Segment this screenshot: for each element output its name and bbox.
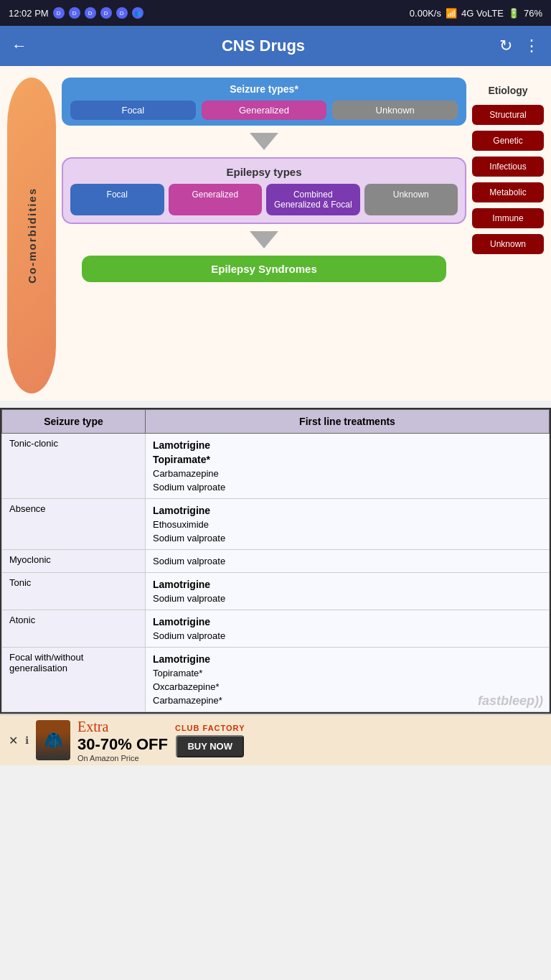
treatment-topiramate-2: Topiramate* xyxy=(153,666,542,680)
ad-discount: 30-70% OFF xyxy=(77,735,168,754)
battery-icon: 🔋 xyxy=(508,8,519,19)
arrow-down-1 xyxy=(250,133,278,150)
table-row: Absence Lamotrigine Ethosuximide Sodium … xyxy=(2,499,550,550)
col-first-line: First line treatments xyxy=(146,410,550,434)
seizure-types-title: Seizure types* xyxy=(230,83,298,95)
etiology-column: Etiology Structural Genetic Infectious M… xyxy=(472,78,544,393)
etiology-title: Etiology xyxy=(472,85,544,96)
seizure-tonic: Tonic xyxy=(2,573,146,610)
ep-focal-btn[interactable]: Focal xyxy=(70,184,164,215)
battery-level: 76% xyxy=(524,8,542,19)
signal-icon: 📶 xyxy=(446,8,457,19)
menu-button[interactable]: ⋮ xyxy=(524,37,540,55)
ad-buy-button[interactable]: BUY NOW xyxy=(176,735,244,757)
connection-type: 4G VoLTE xyxy=(461,8,504,19)
seizure-types-box: Seizure types* Focal Generalized Unknown xyxy=(62,78,466,126)
ad-banner: ✕ ℹ 🧥 Extra 30-70% OFF On Amazon Price C… xyxy=(0,714,551,765)
treatment-absence: Lamotrigine Ethosuximide Sodium valproat… xyxy=(146,499,550,550)
seizure-tonic-clonic: Tonic-clonic xyxy=(2,434,146,499)
discord-icon-6: 👥 xyxy=(132,7,143,19)
status-left: 12:02 PM D D D D D 👥 xyxy=(9,7,143,19)
time: 12:02 PM xyxy=(9,8,49,19)
etiology-structural: Structural xyxy=(472,105,544,125)
treatment-tonic-clonic: Lamotrigine Topiramate* Carbamazepine So… xyxy=(146,434,550,499)
status-bar: 12:02 PM D D D D D 👥 0.00K/s 📶 4G VoLTE … xyxy=(0,0,551,26)
discord-icon-5: D xyxy=(116,7,128,19)
refresh-button[interactable]: ↻ xyxy=(499,37,512,55)
treatment-lamotrigine-5: Lamotrigine xyxy=(153,652,542,666)
treatment-topiramate-1: Topiramate* xyxy=(153,452,542,467)
epilepsy-types-box: Epilepsy types Focal Generalized Combine… xyxy=(62,157,466,224)
ep-generalized-btn[interactable]: Generalized xyxy=(169,184,263,215)
col-seizure-type: Seizure type xyxy=(2,410,146,434)
ep-combined-btn[interactable]: Combined Generalized & Focal xyxy=(266,184,360,215)
treatment-myoclonic: Sodium valproate xyxy=(146,550,550,573)
status-right: 0.00K/s 📶 4G VoLTE 🔋 76% xyxy=(410,8,542,19)
treatment-oxcarbazepine: Oxcarbazepine* xyxy=(153,680,542,694)
treatment-lamotrigine-3: Lamotrigine xyxy=(153,577,542,592)
ad-brand: Extra xyxy=(77,719,168,735)
treatment-sodium-valproate-2: Sodium valproate xyxy=(153,531,542,545)
ad-club-label: CLUB FACTORY xyxy=(175,724,245,732)
etiology-immune: Immune xyxy=(472,208,544,228)
syndromes-label: Epilepsy Syndromes xyxy=(211,263,317,275)
seizure-unknown-btn[interactable]: Unknown xyxy=(332,101,458,120)
table-header-row: Seizure type First line treatments xyxy=(2,410,550,434)
epilepsy-syndromes-box: Epilepsy Syndromes xyxy=(82,256,446,282)
top-bar: ← CNS Drugs ↻ ⋮ xyxy=(0,26,551,66)
seizure-focal-generalisation: Focal with/without generalisation xyxy=(2,648,146,712)
table-row: Focal with/without generalisation Lamotr… xyxy=(2,648,550,712)
watermark: fastbleep)) xyxy=(478,694,543,709)
seizure-generalized-btn[interactable]: Generalized xyxy=(202,101,327,120)
diagram-content: Seizure types* Focal Generalized Unknown… xyxy=(62,78,466,393)
treatment-carbamazepine-1: Carbamazepine xyxy=(153,467,542,480)
treatment-sodium-valproate-1: Sodium valproate xyxy=(153,480,542,494)
seizure-focal-btn[interactable]: Focal xyxy=(70,101,196,120)
treatments-table: Seizure type First line treatments Tonic… xyxy=(1,409,550,712)
ep-unknown-btn[interactable]: Unknown xyxy=(364,184,458,215)
diagram-section: Co-morbidities Seizure types* Focal Gene… xyxy=(0,66,551,401)
diagram-inner: Co-morbidities Seizure types* Focal Gene… xyxy=(7,78,544,393)
seizure-atonic: Atonic xyxy=(2,610,146,648)
back-button[interactable]: ← xyxy=(11,37,27,55)
treatment-sodium-valproate-4: Sodium valproate xyxy=(153,592,542,605)
page-title: CNS Drugs xyxy=(39,37,488,55)
treatment-atonic: Lamotrigine Sodium valproate xyxy=(146,610,550,648)
arrow-down-2 xyxy=(250,231,278,248)
discord-icon-3: D xyxy=(85,7,96,19)
treatment-ethosuximide: Ethosuximide xyxy=(153,518,542,531)
seizure-types-row: Focal Generalized Unknown xyxy=(70,101,458,120)
network-speed: 0.00K/s xyxy=(410,8,441,19)
table-row: Atonic Lamotrigine Sodium valproate xyxy=(2,610,550,648)
discord-icon-2: D xyxy=(69,7,80,19)
etiology-infectious: Infectious xyxy=(472,157,544,177)
ad-club-factory: CLUB FACTORY BUY NOW xyxy=(175,724,245,757)
seizure-myoclonic: Myoclonic xyxy=(2,550,146,573)
etiology-unknown: Unknown xyxy=(472,234,544,254)
table-row: Tonic Lamotrigine Sodium valproate xyxy=(2,573,550,610)
ad-close-button[interactable]: ✕ xyxy=(9,734,18,747)
ad-text: Extra 30-70% OFF On Amazon Price xyxy=(77,719,168,762)
treatment-lamotrigine-1: Lamotrigine xyxy=(153,438,542,452)
table-row: Myoclonic Sodium valproate xyxy=(2,550,550,573)
treatment-sodium-valproate-5: Sodium valproate xyxy=(153,629,542,643)
ad-person-image: 🧥 xyxy=(36,720,70,760)
etiology-metabolic: Metabolic xyxy=(472,182,544,202)
ad-content: 🧥 Extra 30-70% OFF On Amazon Price CLUB … xyxy=(36,719,542,762)
treatment-sodium-valproate-3: Sodium valproate xyxy=(153,554,542,568)
etiology-genetic: Genetic xyxy=(472,131,544,151)
table-section: Seizure type First line treatments Tonic… xyxy=(0,408,551,714)
comorbidities-oval: Co-morbidities xyxy=(7,78,56,393)
discord-icon-1: D xyxy=(53,7,65,19)
discord-icon-4: D xyxy=(100,7,112,19)
treatment-tonic: Lamotrigine Sodium valproate xyxy=(146,573,550,610)
treatment-lamotrigine-2: Lamotrigine xyxy=(153,503,542,518)
ad-info-button[interactable]: ℹ xyxy=(25,734,29,746)
seizure-absence: Absence xyxy=(2,499,146,550)
treatment-lamotrigine-4: Lamotrigine xyxy=(153,615,542,629)
comorbidities-label: Co-morbidities xyxy=(26,187,38,284)
treatment-focal: Lamotrigine Topiramate* Oxcarbazepine* C… xyxy=(146,648,550,712)
ad-sub: On Amazon Price xyxy=(77,754,168,762)
epilepsy-types-row: Focal Generalized Combined Generalized &… xyxy=(70,184,458,215)
table-row: Tonic-clonic Lamotrigine Topiramate* Car… xyxy=(2,434,550,499)
